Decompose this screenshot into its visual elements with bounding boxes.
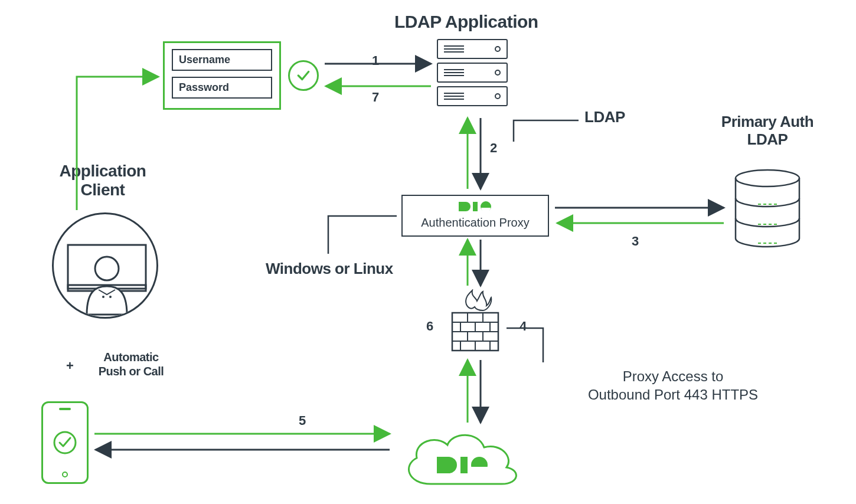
diagram-stage: LDAP Application LDAP Primary Auth LDAP … bbox=[0, 0, 856, 504]
flow-arrows bbox=[0, 0, 856, 504]
